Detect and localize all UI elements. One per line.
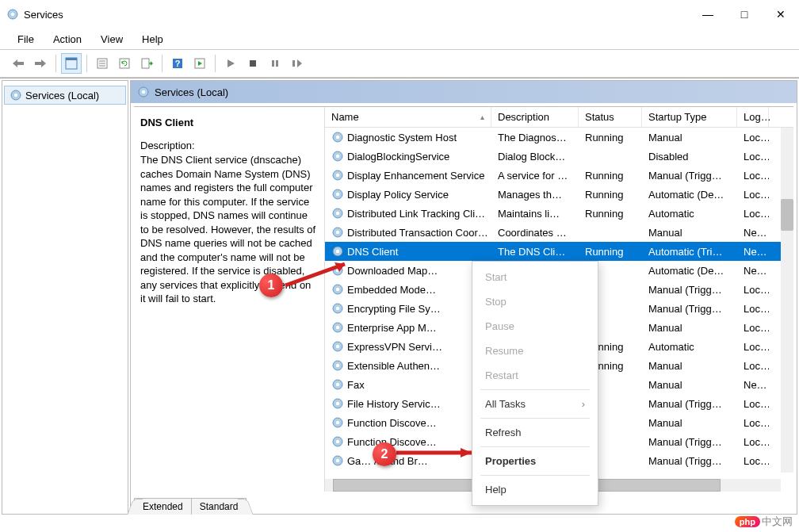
annotation-arrow-2 [392,441,487,465]
maximize-button[interactable]: □ [726,2,763,27]
service-row-icon [331,169,344,182]
annotation-marker-1: 1 [259,274,283,297]
services-app-icon [6,8,19,21]
context-menu-item[interactable]: Help [472,477,598,502]
service-row[interactable]: Diagnostic System HostThe Diagnos…Runnin… [325,128,793,147]
minimize-button[interactable]: ― [690,2,726,27]
service-row-icon [331,131,344,144]
context-menu-separator [480,418,590,419]
svg-point-54 [336,421,339,424]
pane-header-icon [137,86,150,98]
back-button[interactable] [8,53,29,74]
context-menu: StartStopPauseResumeRestartAll Tasks›Ref… [472,261,598,506]
pane-content: DNS Client Description: The DNS Client s… [134,106,793,492]
title-bar: Services ― □ ✕ [0,0,799,29]
context-menu-separator [480,475,590,476]
column-startup-type[interactable]: Startup Type [642,107,737,127]
watermark-text: 中文网 [762,515,793,529]
context-menu-item[interactable]: Refresh [472,420,598,445]
vertical-scrollbar[interactable] [781,128,793,473]
stop-service-button[interactable] [243,53,263,74]
svg-point-34 [336,231,339,234]
export-button[interactable] [136,53,157,74]
restart-service-button[interactable] [287,53,308,74]
service-row-icon [331,188,344,201]
svg-rect-3 [35,62,41,65]
service-row[interactable]: Display Policy ServiceManages th…Running… [325,185,793,204]
pane-header: Services (Local) [131,81,797,103]
toolbar: ? [0,49,799,78]
forward-button[interactable] [30,53,51,74]
svg-point-28 [336,174,339,177]
service-row[interactable]: Distributed Transaction Coor…Coordinates… [325,223,793,242]
menu-view[interactable]: View [93,32,131,47]
service-row[interactable]: Distributed Link Tracking Cli…Maintains … [325,204,793,223]
service-row-icon [331,226,344,239]
service-row-icon [331,245,344,258]
svg-rect-2 [17,62,24,65]
svg-point-46 [336,345,339,348]
action-button[interactable] [189,53,210,74]
column-logon[interactable]: Log… [737,107,769,127]
context-menu-item: Pause [472,314,598,339]
start-service-button[interactable] [220,53,241,74]
svg-point-30 [336,193,339,196]
svg-point-24 [336,136,339,139]
menu-action[interactable]: Action [45,32,90,47]
service-row-icon [331,378,344,391]
svg-line-59 [285,264,345,285]
service-row-icon [331,150,344,163]
context-menu-item[interactable]: All Tasks› [472,392,598,416]
context-menu-item: Start [472,265,598,289]
menu-file[interactable]: File [10,32,42,47]
column-description[interactable]: Description [491,107,579,127]
service-row-icon [331,302,344,315]
context-menu-item: Resume [472,339,598,363]
column-status[interactable]: Status [579,107,642,127]
svg-point-26 [336,155,339,158]
tree-item-label: Services (Local) [25,90,99,101]
description-label: Description: [140,140,318,151]
tree-pane: Services (Local) [2,80,128,515]
service-row-icon [331,397,344,410]
view-tabs: Extended Standard [131,496,797,515]
service-row-icon [331,435,344,448]
svg-point-58 [336,459,339,462]
list-header: Name▴ Description Status Startup Type Lo… [325,107,793,128]
show-hide-tree-button[interactable] [61,53,82,74]
service-row-icon [331,454,344,467]
service-row[interactable]: Display Enhancement ServiceA service for… [325,166,793,185]
context-menu-separator [480,389,590,390]
service-row[interactable]: DNS ClientThe DNS Cli…RunningAutomatic (… [325,242,793,261]
service-row-icon [331,207,344,220]
tab-extended[interactable]: Extended [134,498,192,515]
vertical-scrollbar-thumb[interactable] [781,199,793,231]
services-tree-icon [10,89,22,101]
submenu-arrow-icon: › [582,398,585,410]
column-name[interactable]: Name▴ [325,107,491,127]
refresh-button[interactable] [114,53,135,74]
svg-rect-18 [292,60,295,67]
svg-point-32 [336,212,339,215]
close-button[interactable]: ✕ [763,2,799,27]
svg-point-36 [336,250,339,253]
svg-point-52 [336,402,339,405]
pause-service-button[interactable] [265,53,285,74]
service-row-icon [331,416,344,429]
svg-text:?: ? [175,59,181,68]
help-button[interactable]: ? [167,53,188,74]
tree-item-services-local[interactable]: Services (Local) [4,86,126,105]
service-row[interactable]: DialogBlockingServiceDialog Block…Disabl… [325,147,793,166]
tab-standard[interactable]: Standard [191,498,247,515]
svg-point-20 [14,94,17,97]
svg-point-48 [336,364,339,367]
properties-button[interactable] [92,53,113,74]
svg-marker-62 [461,448,472,457]
svg-point-42 [336,307,339,310]
context-menu-item[interactable]: Properties [472,449,598,473]
menu-help[interactable]: Help [134,32,171,47]
pane-header-title: Services (Local) [155,86,228,98]
svg-rect-15 [250,60,256,67]
watermark-badge: php [735,516,760,527]
selected-service-name: DNS Client [140,117,318,128]
